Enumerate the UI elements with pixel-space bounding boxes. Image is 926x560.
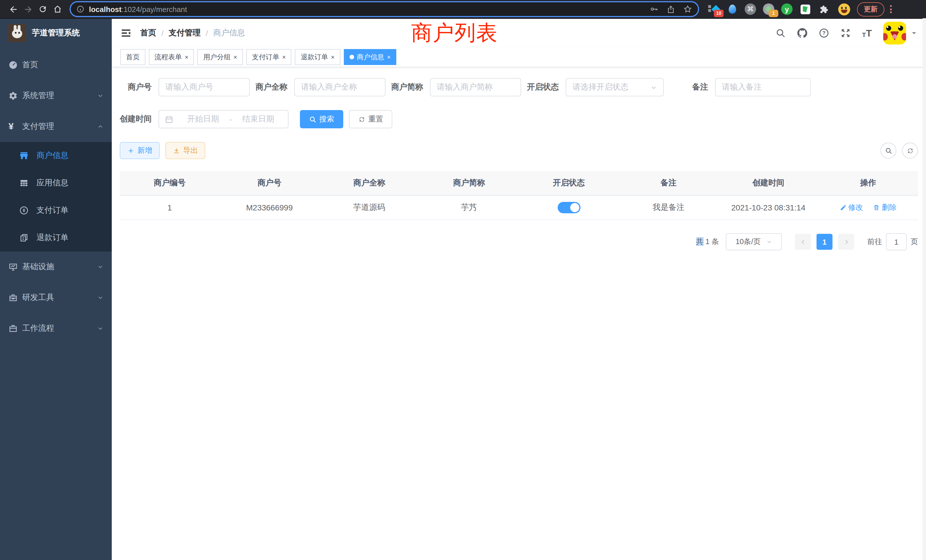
browser-reload-icon[interactable] xyxy=(35,2,50,17)
screen: localhost:1024/pay/merchant 10 xyxy=(0,0,926,560)
bookmark-star-icon[interactable] xyxy=(683,5,692,14)
add-button[interactable]: 新增 xyxy=(120,142,160,159)
table-row: 1 M233666999 芋道源码 芋艿 我是备注 2021-10-23 08:… xyxy=(120,195,918,220)
pagination: 共 1 条 10条/页 1 前往 xyxy=(120,233,918,250)
sidebar-item-pay-order[interactable]: ¥ 支付订单 xyxy=(0,197,112,224)
breadcrumb-pay[interactable]: 支付管理 xyxy=(169,28,201,38)
table-header-row: 商户编号 商户号 商户全称 商户简称 开启状态 备注 创建时间 操作 xyxy=(120,171,918,195)
refresh-table-button[interactable] xyxy=(902,142,918,159)
avatar-caret-icon[interactable] xyxy=(911,30,917,36)
breadcrumb-separator: / xyxy=(161,29,163,38)
page-scrollbar[interactable] xyxy=(923,18,926,560)
full-name-input[interactable]: 请输入商户全称 xyxy=(294,78,386,96)
sidebar-item-home[interactable]: 首页 xyxy=(0,50,112,80)
col-merchant-no: 商户号 xyxy=(219,171,319,195)
sidebar-item-system[interactable]: 系统管理 xyxy=(0,80,112,111)
field-label: 开启状态 xyxy=(527,82,566,92)
sidebar-item-dev-tools[interactable]: 研发工具 xyxy=(0,282,112,313)
current-page[interactable]: 1 xyxy=(817,234,832,250)
field-label: 商户全称 xyxy=(256,82,294,92)
next-page-button[interactable] xyxy=(838,234,854,250)
tab-pay-order[interactable]: 支付订单× xyxy=(246,49,292,65)
browser-forward-icon[interactable] xyxy=(21,2,35,17)
url-text: localhost:1024/pay/merchant xyxy=(89,5,187,14)
extension-command-icon[interactable]: ⌘ xyxy=(745,3,756,15)
sidebar-item-refund-order[interactable]: 退款订单 xyxy=(0,224,112,251)
tab-user-group[interactable]: 用户分组× xyxy=(198,49,243,65)
filter-create-time: 创建时间 开始日期 - 结束日期 xyxy=(120,110,289,128)
browser-home-icon[interactable] xyxy=(50,2,65,17)
fullscreen-icon[interactable] xyxy=(840,28,851,38)
address-bar[interactable]: localhost:1024/pay/merchant xyxy=(70,1,699,17)
tab-refund-order[interactable]: 退款订单× xyxy=(295,49,340,65)
top-navbar: 首页 / 支付管理 / 商户信息 ? xyxy=(112,19,926,47)
sidebar-item-label: 商户信息 xyxy=(36,151,68,161)
browser-extensions: 10 ⌘ 1 y xyxy=(708,3,850,15)
cell-merchant-id: 1 xyxy=(120,195,219,220)
reset-button[interactable]: 重置 xyxy=(349,110,392,128)
toggle-search-button[interactable] xyxy=(881,142,896,159)
close-icon[interactable]: × xyxy=(331,54,335,60)
browser-update-button[interactable]: 更新 xyxy=(857,2,884,16)
browser-menu-icon[interactable] xyxy=(890,5,892,13)
goto-page: 前往 1 页 xyxy=(867,233,918,250)
edit-link[interactable]: 修改 xyxy=(840,203,863,213)
github-icon[interactable] xyxy=(797,28,807,38)
extension-doc-icon[interactable] xyxy=(799,3,811,15)
search-button[interactable]: 搜索 xyxy=(300,110,343,128)
browser-profile-avatar[interactable] xyxy=(838,3,850,15)
date-range-picker[interactable]: 开始日期 - 结束日期 xyxy=(159,110,289,128)
sidebar-item-pay[interactable]: ¥ 支付管理 xyxy=(0,111,112,142)
sidebar-logo-row[interactable]: 芋道管理系统 xyxy=(0,19,112,47)
sidebar-fold-icon[interactable] xyxy=(120,27,132,39)
close-icon[interactable]: × xyxy=(185,54,188,60)
merchant-no-input[interactable]: 请输入商户号 xyxy=(159,78,250,96)
status-select[interactable]: 请选择开启状态 xyxy=(566,78,664,96)
page-size-select[interactable]: 10条/页 xyxy=(726,233,782,250)
sidebar-item-label: 支付管理 xyxy=(22,121,54,132)
extension-balloon-icon[interactable] xyxy=(726,3,738,15)
sidebar-item-app-info[interactable]: 应用信息 xyxy=(0,170,112,197)
goto-suffix: 页 xyxy=(911,237,918,247)
password-key-icon[interactable] xyxy=(649,5,658,14)
tab-merchant-info[interactable]: 商户信息× xyxy=(344,49,396,65)
status-toggle[interactable] xyxy=(557,202,580,213)
close-icon[interactable]: × xyxy=(387,54,391,60)
goto-page-input[interactable]: 1 xyxy=(886,233,906,250)
tab-home[interactable]: 首页 xyxy=(120,49,145,65)
short-name-input[interactable]: 请输入商户简称 xyxy=(430,78,521,96)
breadcrumb-home[interactable]: 首页 xyxy=(140,28,156,38)
gear-icon xyxy=(9,91,18,100)
sidebar-item-workflow[interactable]: 工作流程 xyxy=(0,313,112,344)
sidebar-item-label: 应用信息 xyxy=(36,178,68,188)
font-size-icon[interactable]: TT xyxy=(862,28,872,38)
close-icon[interactable]: × xyxy=(233,54,237,60)
active-dot xyxy=(350,55,354,59)
filter-row-1: 商户号 请输入商户号 商户全称 请输入商户全称 商户简称 请输入商户简称 开启状… xyxy=(120,78,918,96)
sidebar-item-merchant-info[interactable]: 商户信息 xyxy=(0,142,112,170)
browser-toolbar: localhost:1024/pay/merchant 10 xyxy=(0,0,926,19)
search-icon[interactable] xyxy=(775,28,786,38)
cell-short-name: 芋艿 xyxy=(419,195,519,220)
tab-process-form[interactable]: 流程表单× xyxy=(149,49,194,65)
extension-diamond-icon[interactable]: 10 xyxy=(708,3,720,15)
browser-back-icon[interactable] xyxy=(6,2,21,17)
delete-link[interactable]: 删除 xyxy=(873,203,897,213)
export-button[interactable]: 导出 xyxy=(165,142,205,159)
app-title: 芋道管理系统 xyxy=(32,28,80,38)
remark-input[interactable]: 请输入备注 xyxy=(715,78,811,96)
sidebar-submenu-pay: 商户信息 应用信息 ¥ 支付订单 xyxy=(0,142,112,251)
close-icon[interactable]: × xyxy=(282,54,286,60)
prev-page-button[interactable] xyxy=(795,234,811,250)
page-content: 商户号 请输入商户号 商户全称 请输入商户全称 商户简称 请输入商户简称 开启状… xyxy=(112,67,926,560)
dashboard-icon xyxy=(9,61,18,70)
extensions-puzzle-icon[interactable] xyxy=(818,3,829,15)
share-icon[interactable] xyxy=(667,5,675,14)
user-avatar[interactable] xyxy=(883,22,906,44)
extension-y-icon[interactable]: y xyxy=(781,3,793,15)
help-icon[interactable]: ? xyxy=(819,28,829,38)
sidebar-item-infra[interactable]: 基础设施 xyxy=(0,251,112,282)
extension-status-icon[interactable]: 1 xyxy=(763,3,774,15)
site-info-icon[interactable] xyxy=(76,5,85,13)
sidebar-item-label: 首页 xyxy=(22,60,38,70)
